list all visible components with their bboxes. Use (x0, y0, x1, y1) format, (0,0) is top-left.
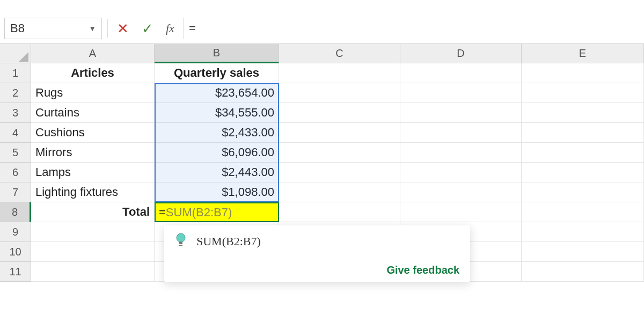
cell-b7[interactable]: $1,098.00 (155, 182, 279, 202)
cell-b6[interactable]: $2,443.00 (155, 163, 279, 182)
cell-e11[interactable] (522, 262, 644, 282)
cell-c6[interactable] (279, 163, 400, 182)
cell-a8[interactable]: Total (31, 202, 155, 222)
cell-d6[interactable] (400, 163, 522, 182)
cell-c4[interactable] (279, 123, 400, 143)
row-4: 4 Cushions $2,433.00 (0, 123, 644, 143)
cell-a6[interactable]: Lamps (31, 163, 155, 182)
cell-c3[interactable] (279, 103, 400, 123)
cell-b8[interactable] (155, 202, 279, 222)
column-header-a[interactable]: A (31, 44, 155, 63)
cell-b5[interactable]: $6,096.00 (155, 143, 279, 163)
cell-d2[interactable] (400, 83, 522, 103)
cell-a5[interactable]: Mirrors (31, 143, 155, 163)
close-icon: ✕ (117, 21, 129, 35)
row-7: 7 Lighting fixtures $1,098.00 (0, 182, 644, 202)
cell-e8[interactable] (522, 202, 644, 222)
cell-e1[interactable] (522, 63, 644, 83)
row-8: 8 Total (0, 202, 644, 222)
enter-button[interactable]: ✓ (138, 19, 157, 38)
cell-d3[interactable] (400, 103, 522, 123)
cell-e6[interactable] (522, 163, 644, 182)
cell-c7[interactable] (279, 182, 400, 202)
cell-b1[interactable]: Quarterly sales (155, 63, 279, 83)
give-feedback-link[interactable]: Give feedback (175, 264, 459, 276)
row-header-2[interactable]: 2 (0, 83, 31, 103)
cell-e9[interactable] (522, 222, 644, 242)
formula-suggestion-item[interactable]: SUM(B2:B7) (175, 233, 459, 250)
select-all-corner[interactable] (0, 44, 31, 63)
cell-e10[interactable] (522, 242, 644, 262)
column-header-c[interactable]: C (279, 44, 400, 63)
cell-c2[interactable] (279, 83, 400, 103)
cell-a9[interactable] (31, 222, 155, 242)
column-header-row: A B C D E (0, 44, 644, 63)
formula-input-value: = (189, 21, 196, 35)
name-box-value: B8 (10, 21, 25, 35)
cell-c8[interactable] (279, 202, 400, 222)
select-all-icon (19, 52, 28, 62)
cell-b4[interactable]: $2,433.00 (155, 123, 279, 143)
cell-d1[interactable] (400, 63, 522, 83)
column-header-d[interactable]: D (400, 44, 522, 63)
row-1: 1 Articles Quarterly sales (0, 63, 644, 83)
cell-e5[interactable] (522, 143, 644, 163)
cell-a4[interactable]: Cushions (31, 123, 155, 143)
cancel-button[interactable]: ✕ (113, 19, 133, 38)
row-header-9[interactable]: 9 (0, 222, 31, 242)
row-header-10[interactable]: 10 (0, 242, 31, 262)
column-header-e[interactable]: E (522, 44, 644, 63)
cell-c5[interactable] (279, 143, 400, 163)
cell-a7[interactable]: Lighting fixtures (31, 182, 155, 202)
formula-suggestion-text: SUM(B2:B7) (196, 235, 261, 248)
cell-d8[interactable] (400, 202, 522, 222)
row-header-11[interactable]: 11 (0, 262, 31, 282)
worksheet: A B C D E 1 Articles Quarterly sales 2 R… (0, 44, 644, 282)
name-box[interactable]: B8 ▼ (4, 18, 102, 39)
separator (107, 19, 108, 38)
lightbulb-icon (175, 233, 187, 250)
cell-a11[interactable] (31, 262, 155, 282)
formula-bar: B8 ▼ ✕ ✓ fx = (0, 13, 644, 44)
fx-icon[interactable]: fx (163, 21, 178, 35)
column-header-b[interactable]: B (155, 44, 279, 63)
row-header-6[interactable]: 6 (0, 163, 31, 182)
row-header-1[interactable]: 1 (0, 63, 31, 83)
cell-d4[interactable] (400, 123, 522, 143)
cell-a10[interactable] (31, 242, 155, 262)
svg-marker-0 (19, 52, 28, 62)
row-3: 3 Curtains $34,555.00 (0, 103, 644, 123)
svg-rect-2 (179, 241, 182, 244)
cell-c1[interactable] (279, 63, 400, 83)
check-icon: ✓ (142, 21, 153, 35)
row-header-3[interactable]: 3 (0, 103, 31, 123)
cell-d7[interactable] (400, 182, 522, 202)
svg-point-1 (177, 233, 185, 242)
cell-b2[interactable]: $23,654.00 (155, 83, 279, 103)
cell-a2[interactable]: Rugs (31, 83, 155, 103)
formula-input[interactable]: = (183, 18, 640, 39)
cell-e4[interactable] (522, 123, 644, 143)
cell-d5[interactable] (400, 143, 522, 163)
cell-e3[interactable] (522, 103, 644, 123)
chevron-down-icon[interactable]: ▼ (89, 24, 96, 33)
row-2: 2 Rugs $23,654.00 (0, 83, 644, 103)
cell-a1[interactable]: Articles (31, 63, 155, 83)
row-header-7[interactable]: 7 (0, 182, 31, 202)
cell-e7[interactable] (522, 182, 644, 202)
row-header-4[interactable]: 4 (0, 123, 31, 143)
formula-suggestion-popup: SUM(B2:B7) Give feedback (164, 225, 470, 282)
row-header-5[interactable]: 5 (0, 143, 31, 163)
cell-a3[interactable]: Curtains (31, 103, 155, 123)
cell-e2[interactable] (522, 83, 644, 103)
row-header-8[interactable]: 8 (0, 202, 31, 222)
row-6: 6 Lamps $2,443.00 (0, 163, 644, 182)
cell-b3[interactable]: $34,555.00 (155, 103, 279, 123)
row-5: 5 Mirrors $6,096.00 (0, 143, 644, 163)
